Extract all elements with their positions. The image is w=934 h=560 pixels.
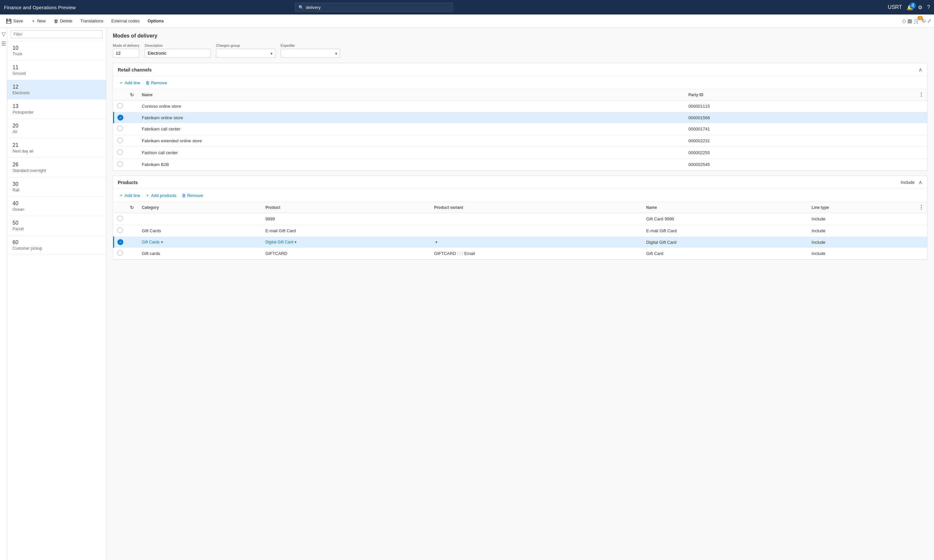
row-check[interactable] [117,250,123,256]
table-row[interactable]: ✓ Gift Cards▾ Digital Gift Card▾ ▾ Digit… [114,237,928,248]
products-title: Products [118,180,138,185]
list-icon[interactable]: ☰ [1,40,6,47]
row-check[interactable] [117,103,123,109]
row-check[interactable] [117,227,123,233]
table-row[interactable]: 9999 Gift Card 9999 Include [114,213,928,225]
list-item[interactable]: 40 Ocean [7,197,106,216]
list-item-num: 50 [12,220,100,226]
table-row[interactable]: Fabrikam B2B 000002545 [114,159,928,171]
filter-icon[interactable]: ▽ [2,31,6,37]
remove-products-button[interactable]: 🗑 Remove [181,192,204,198]
mode-label: Mode of delivery [113,43,139,48]
new-button[interactable]: ＋ New [28,17,49,26]
col-more-products: ⋮ [915,202,927,213]
table-row[interactable]: Gift Cards E-mail Gift Card E-mail Gift … [114,225,928,237]
add-products-button[interactable]: ＋ Add products [144,192,178,199]
search-bar[interactable]: 🔍 [295,3,453,12]
charges-select[interactable] [216,49,275,58]
list-item[interactable]: 21 Next day air [7,138,106,158]
row-more-cell [915,135,927,147]
col-refresh-cell [127,112,139,123]
name-cell: E-mail Gift Card [643,225,808,237]
variant-dropdown[interactable]: ▾ [434,240,639,245]
options-button[interactable]: Options [144,17,167,25]
list-item[interactable]: 10 Truck [7,41,106,61]
list-item-label: Electronic [12,91,100,95]
row-check[interactable] [117,215,123,222]
row-check[interactable] [117,149,123,155]
products-section-header[interactable]: Products Include ∧ [113,176,927,189]
plus-line-icon: ＋ [119,80,124,86]
more-retail-icon[interactable]: ⋮ [919,92,924,97]
retail-channels-section: Retail channels ∧ ＋ Add line 🗑 Remove [113,63,928,171]
category-cell: Gift cards [139,248,262,260]
category-cell [139,213,262,225]
search-input[interactable] [306,5,449,10]
add-line-products-button[interactable]: ＋ Add line [118,192,142,199]
list-item[interactable]: 13 Pickuporder [7,100,106,119]
list-item-label: Truck [12,52,100,56]
list-item[interactable]: 12 Electronic [7,80,106,100]
products-collapse-icon: ∧ [919,179,922,185]
row-check[interactable] [117,126,123,131]
col-check-cell [114,225,127,237]
notification-button[interactable]: 🔔 4 [907,4,913,11]
row-check[interactable]: ✓ [117,239,124,245]
retail-channels-collapse-icon: ∧ [919,66,922,73]
table-row[interactable]: Fabrikam call center 000001741 [114,123,928,135]
table-row[interactable]: Fashion call center 000002255 [114,147,928,159]
external-codes-button[interactable]: External codes [108,17,143,25]
mode-input[interactable] [113,49,139,58]
help-icon[interactable]: ? [927,4,930,10]
save-button[interactable]: 💾 Save [3,17,26,25]
product-dropdown[interactable]: Digital Gift Card▾ [266,240,428,245]
products-section: Products Include ∧ ＋ Add line ＋ Add prod… [113,175,928,260]
row-check[interactable] [117,137,123,143]
more-products-icon[interactable]: ⋮ [919,205,924,210]
category-dropdown[interactable]: Gift Cards▾ [142,240,259,245]
table-row[interactable]: ✓ Fabrikam online store 000001568 [114,112,928,123]
remove-retail-button[interactable]: 🗑 Remove [144,80,168,86]
columns-icon[interactable]: ▦ [907,18,912,24]
row-more-cell [915,112,927,123]
expedite-select[interactable] [281,49,340,58]
list-panel: 10 Truck 11 Ground 12 Electronic 13 Pick… [7,28,106,560]
list-item[interactable]: 30 Rail [7,177,106,197]
translations-button[interactable]: Translations [77,17,107,25]
plus-icon: ＋ [31,18,36,24]
retail-channels-header[interactable]: Retail channels ∧ [113,63,927,77]
retail-channels-title: Retail channels [118,67,152,72]
product-cell: E-mail Gift Card [262,225,431,237]
refresh-retail-icon[interactable]: ↻ [130,92,134,97]
row-check[interactable] [117,161,123,167]
retail-name-cell: Fabrikam online store [139,112,685,123]
col-refresh-cell [127,225,139,237]
col-refresh-cell [127,237,139,248]
diamond-icon[interactable]: ◇ [902,18,906,24]
table-row[interactable]: Fabrikam extended online store 000002231 [114,135,928,147]
list-filter-input[interactable] [11,30,103,38]
list-item[interactable]: 60 Customer pickup [7,235,106,255]
fullscreen-icon[interactable]: ⤢ [927,18,931,24]
row-more-cell [915,159,927,171]
col-refresh-cell [127,147,139,159]
row-check[interactable]: ✓ [117,115,124,120]
table-row[interactable]: Contoso online store 000001115 [114,100,928,112]
col-line-type: Line type [808,202,915,213]
add-line-retail-button[interactable]: ＋ Add line [118,79,142,86]
table-row[interactable]: Gift cards GIFTCARD GIFTCARD : : : Email… [114,248,928,260]
party-id-cell: 000002255 [685,147,915,159]
delete-button[interactable]: 🗑 Delete [51,17,76,25]
list-item[interactable]: 50 Parcel [7,216,106,235]
list-item[interactable]: 11 Ground [7,61,106,80]
row-more-cell [915,225,927,237]
list-item[interactable]: 20 Air [7,119,106,138]
list-item[interactable]: 26 Standard overnight [7,158,106,177]
refresh-products-icon[interactable]: ↻ [130,205,134,210]
trash-icon: 🗑 [145,80,150,85]
description-input[interactable] [145,49,211,58]
product-cell: 9999 [262,213,431,225]
cart-button[interactable]: 🛒 0 [914,18,920,24]
list-item-num: 10 [12,45,100,51]
settings-icon[interactable]: ⚙ [918,4,922,11]
